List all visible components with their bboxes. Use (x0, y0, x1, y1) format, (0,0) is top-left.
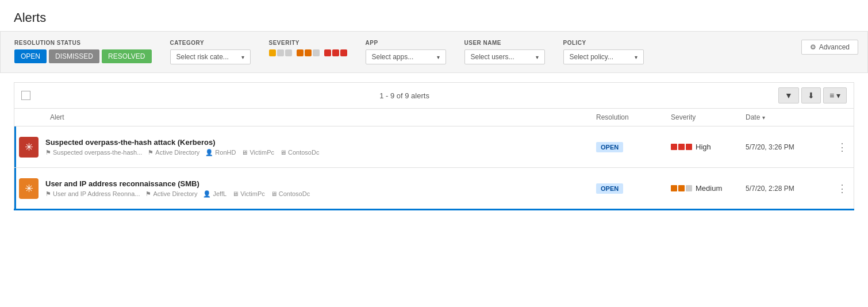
columns-button[interactable]: ≡ ▾ (823, 87, 847, 103)
alert-meta: ⚑ User and IP Address Reonna... ⚑ Active… (45, 190, 582, 198)
alert-icon-symbol: ✳ (25, 141, 33, 154)
severity-label: Medium (696, 184, 722, 193)
sev-bar-1 (671, 144, 677, 150)
severity-medium-icon (297, 49, 304, 56)
severity-medium-icon3 (313, 49, 320, 56)
filter-bar: ⚙ Advanced RESOLUTION STATUS OPEN DISMIS… (0, 31, 868, 73)
meta-item: ⚑ User and IP Address Reonna... (45, 190, 140, 198)
category-select[interactable]: Select risk cate... ▾ (170, 49, 251, 64)
download-icon: ⬇ (808, 91, 815, 100)
resolution-buttons: OPEN DISMISSED RESOLVED (14, 49, 152, 63)
th-resolution: Resolution (589, 113, 664, 121)
alert-icon: ✳ (19, 178, 39, 199)
meta-text: ContosoDc (279, 190, 310, 197)
alert-meta: ⚑ Suspected overpass-the-hash... ⚑ Activ… (45, 149, 582, 156)
category-group: CATEGORY Select risk cate... ▾ (170, 40, 251, 64)
th-alert: Alert (43, 113, 589, 121)
date-sort-icon: ▾ (762, 114, 765, 121)
resolution-dismissed-button[interactable]: DISMISSED (49, 49, 99, 63)
row-left-border (14, 168, 16, 209)
resolution-status-group: RESOLUTION STATUS OPEN DISMISSED RESOLVE… (14, 40, 152, 63)
th-actions (831, 113, 854, 121)
computer-icon: 🖥 (241, 149, 248, 156)
meta-text: Suspected overpass-the-hash... (53, 149, 142, 156)
alert-title[interactable]: Suspected overpass-the-hash attack (Kerb… (45, 138, 582, 147)
meta-item: 👤 JeffL (203, 190, 226, 198)
sev-bar-2 (678, 144, 685, 150)
app-select[interactable]: Select apps... ▾ (366, 49, 446, 64)
toolbar-actions: ▼ ⬇ ≡ ▾ (778, 87, 847, 103)
policy-placeholder: Select policy... (570, 53, 613, 61)
severity-medium-icon2 (305, 49, 312, 56)
user-name-label: USER NAME (464, 40, 545, 46)
more-actions-button[interactable]: ⋮ (831, 136, 854, 158)
severity-cell: High (664, 143, 739, 151)
columns-icon: ≡ ▾ (829, 91, 840, 100)
th-date[interactable]: Date ▾ (739, 113, 831, 121)
meta-item: 🖥 VictimPc (232, 190, 265, 197)
computer-icon: 🖥 (271, 190, 277, 197)
meta-text: VictimPc (240, 190, 265, 197)
bottom-accent-border (14, 209, 854, 210)
sev-bar-3 (686, 185, 692, 191)
meta-text: VictimPc (249, 149, 274, 156)
alert-icon-symbol: ✳ (25, 182, 33, 195)
table-row: ✳ Suspected overpass-the-hash attack (Ke… (14, 126, 854, 167)
user-name-group: USER NAME Select users... ▾ (464, 40, 545, 64)
resolution-cell: OPEN (589, 183, 664, 194)
meta-text: Active Directory (155, 149, 199, 156)
computer-icon: 🖥 (232, 190, 239, 197)
table-row: ✳ User and IP address reconnaissance (SM… (14, 167, 854, 209)
sev-bar-2 (678, 185, 685, 191)
content-area: 1 - 9 of 9 alerts ▼ ⬇ ≡ ▾ Alert Resoluti… (0, 82, 868, 210)
resolution-resolved-button[interactable]: RESOLVED (102, 49, 151, 63)
meta-item: 🖥 ContosoDc (271, 190, 310, 197)
sev-bar-3 (686, 144, 692, 150)
app-placeholder: Select apps... (372, 53, 414, 61)
advanced-icon: ⚙ (810, 43, 816, 51)
category-chevron-icon: ▾ (241, 54, 244, 60)
flag-icon: ⚑ (148, 149, 153, 156)
severity-high-filter[interactable] (324, 49, 347, 56)
more-actions-button[interactable]: ⋮ (831, 178, 854, 199)
severity-medium-filter[interactable] (297, 49, 320, 56)
severity-cell: Medium (664, 184, 739, 193)
flag-icon: ⚑ (45, 149, 51, 156)
severity-group: SEVERITY (269, 40, 347, 56)
resolution-status-label: RESOLUTION STATUS (14, 40, 152, 46)
date-cell: 5/7/20, 2:28 PM (739, 185, 831, 193)
severity-low-icon3 (285, 49, 292, 56)
severity-label: SEVERITY (269, 40, 347, 46)
alert-info: User and IP address reconnaissance (SMB)… (43, 174, 589, 204)
alert-icon-cell: ✳ (14, 174, 43, 204)
download-button[interactable]: ⬇ (801, 87, 821, 103)
filter-button[interactable]: ▼ (778, 87, 799, 103)
severity-high-icon3 (340, 49, 347, 56)
date-cell: 5/7/20, 3:26 PM (739, 143, 831, 151)
meta-item: 🖥 VictimPc (241, 149, 274, 156)
meta-text: ContosoDc (288, 149, 319, 156)
severity-low-filter[interactable] (269, 49, 292, 56)
resolution-open-button[interactable]: OPEN (14, 49, 47, 63)
severity-label: High (696, 143, 711, 151)
category-placeholder: Select risk cate... (176, 53, 229, 61)
severity-filter-controls (269, 49, 347, 56)
severity-high-icon2 (332, 49, 339, 56)
policy-label: POLICY (563, 40, 644, 46)
category-label: CATEGORY (170, 40, 251, 46)
alert-count: 1 - 9 of 9 alerts (35, 91, 774, 100)
resolution-badge: OPEN (596, 142, 623, 152)
alert-title[interactable]: User and IP address reconnaissance (SMB) (45, 179, 582, 188)
meta-item: ⚑ Suspected overpass-the-hash... (45, 149, 142, 156)
policy-select[interactable]: Select policy... ▾ (563, 49, 644, 64)
select-all-checkbox[interactable] (21, 91, 30, 100)
user-chevron-icon: ▾ (536, 54, 539, 60)
meta-item: 🖥 ContosoDc (280, 149, 319, 156)
meta-item: 👤 RonHD (205, 149, 236, 156)
advanced-button[interactable]: ⚙ Advanced (801, 40, 858, 55)
alert-icon-cell: ✳ (14, 132, 43, 162)
user-icon: 👤 (203, 190, 211, 198)
alert-icon: ✳ (19, 137, 39, 158)
user-select[interactable]: Select users... ▾ (464, 49, 545, 64)
meta-item: ⚑ Active Directory (148, 149, 199, 156)
